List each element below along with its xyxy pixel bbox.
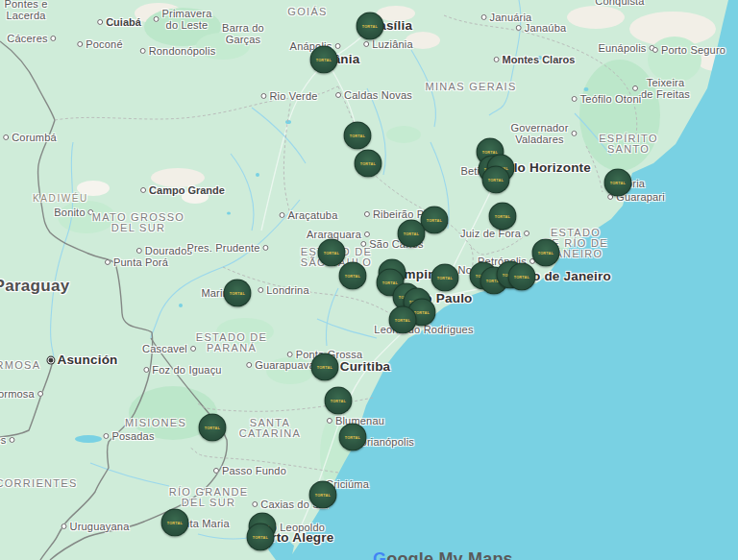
map-label-text: MINAS GERAIS: [425, 82, 516, 92]
location-marker-33[interactable]: TORTAL: [161, 509, 189, 537]
map-label-text: Bonito: [54, 207, 85, 218]
map-label-text: MISIONES: [125, 418, 186, 428]
map-label-text: Juiz de Fora: [460, 228, 521, 239]
city-dot-pres-prudente: [263, 245, 269, 251]
map-label-text: Conquista: [595, 0, 644, 7]
marker-logo: TORTAL: [482, 150, 498, 154]
city-dot-primavera-do-leste: [154, 16, 160, 22]
city-dot-passo-fundo: [213, 468, 219, 474]
city-dot-blumenau: [327, 418, 332, 424]
map-label-eunapolis: Eunápolis: [598, 42, 654, 54]
marker-logo: TORTAL: [427, 218, 442, 222]
map-label-text: Posadas: [111, 430, 154, 442]
marker-logo: TORTAL: [382, 280, 398, 284]
google-my-maps-watermark[interactable]: Google My Maps: [373, 549, 513, 560]
map-label-bonito: Bonito: [54, 207, 93, 218]
marker-logo: TORTAL: [495, 214, 510, 218]
location-marker-8[interactable]: TORTAL: [482, 166, 510, 194]
city-dot-janauba: [516, 25, 522, 31]
city-dot-foz-do-iguacu: [143, 367, 149, 373]
city-dot-cuiaba: [97, 19, 103, 25]
map-label-passo-fundo: Passo Fundo: [213, 465, 286, 476]
location-marker-13[interactable]: TORTAL: [532, 239, 560, 267]
map-label-londrina: Londrina: [258, 284, 308, 296]
map-label-kadiweu: KADIWÉU: [33, 194, 88, 204]
location-marker-1[interactable]: TORTAL: [357, 12, 384, 40]
map-label-misiones: MISIONES: [125, 418, 186, 428]
location-marker-14[interactable]: TORTAL: [318, 239, 346, 267]
location-marker-9[interactable]: TORTAL: [489, 203, 517, 231]
map-label-rio-grande-del-sur: RÍO GRANDEDEL SUR: [169, 487, 249, 508]
location-marker-35[interactable]: TORTAL: [247, 523, 275, 551]
marker-logo: TORTAL: [437, 276, 453, 280]
map-label-pocone: Poconé: [77, 38, 123, 50]
location-marker-10[interactable]: TORTAL: [604, 169, 632, 197]
map-label-corumba: Corumbá: [3, 132, 57, 143]
location-marker-18[interactable]: TORTAL: [431, 264, 459, 292]
city-dot-corumba: [3, 134, 9, 140]
map-label-text: Paraguay: [0, 277, 69, 296]
map-canvas[interactable]: Pontes eLacerdaCáceresCuiabáPoconéPrimav…: [0, 0, 738, 560]
marker-logo: TORTAL: [317, 365, 332, 369]
map-label-pres-prudente: Pres. Prudente: [186, 242, 268, 254]
map-label-luziania: Luziânia: [363, 38, 413, 50]
map-label-uruguayana: Uruguayana: [62, 521, 130, 532]
map-label-juiz-de-fora: Juiz de Fora: [460, 228, 529, 239]
city-dot-ribeirao-preto: [364, 211, 370, 217]
city-dot-guarapuava: [246, 362, 252, 368]
city-dot-anapolis: [334, 43, 340, 49]
map-label-text: Porto Seguro: [661, 44, 726, 56]
location-marker-30[interactable]: TORTAL: [339, 424, 367, 451]
map-label-text: GOIÁS: [287, 7, 327, 17]
city-dot-uruguayana: [62, 523, 67, 529]
map-label-cuiaba: Cuiabá: [97, 16, 141, 28]
map-label-text: Dourados: [145, 245, 192, 256]
location-marker-28[interactable]: TORTAL: [311, 353, 339, 381]
city-dot-es: [10, 437, 15, 443]
marker-logo: TORTAL: [414, 310, 430, 314]
location-marker-26[interactable]: TORTAL: [389, 306, 417, 334]
location-marker-15[interactable]: TORTAL: [339, 262, 367, 290]
map-label-janauba: Janaúba: [516, 22, 567, 34]
marker-logo: TORTAL: [395, 318, 410, 322]
marker-logo: TORTAL: [331, 399, 346, 402]
map-label-text: Formosa: [0, 388, 35, 400]
city-dot-montes-claros: [494, 57, 500, 62]
marker-logo: TORTAL: [404, 231, 419, 235]
map-label-curitiba: Curitiba: [340, 360, 391, 375]
map-label-dourados: Dourados: [136, 245, 192, 256]
location-marker-3[interactable]: TORTAL: [344, 122, 372, 150]
location-marker-4[interactable]: TORTAL: [355, 150, 382, 178]
location-marker-29[interactable]: TORTAL: [325, 387, 353, 415]
city-dot-porto-seguro: [652, 47, 658, 53]
marker-logo: TORTAL: [316, 58, 332, 61]
city-dot-campo-grande: [140, 187, 146, 193]
location-marker-31[interactable]: TORTAL: [199, 414, 227, 442]
city-dot-araraquara: [364, 231, 370, 237]
map-label-asuncion: Asunción: [47, 353, 117, 368]
map-label-text: SANTACATARINA: [239, 418, 301, 439]
location-marker-12[interactable]: TORTAL: [398, 220, 426, 248]
map-label-caldas-novas: Caldas Novas: [335, 89, 412, 101]
capital-dot-asuncion: [47, 357, 54, 364]
map-label-text: Teixeirade Freitas: [641, 77, 690, 100]
map-label-montes-claros: Montes Claros: [494, 54, 576, 65]
map-label-text: Teófilo Otoni: [580, 93, 642, 105]
map-label-text: Foz do Iguaçu: [152, 364, 221, 376]
map-label-text: Corumbá: [12, 132, 57, 143]
location-marker-2[interactable]: TORTAL: [310, 46, 338, 74]
map-label-text: KADIWÉU: [33, 194, 88, 204]
map-label-posadas: Posadas: [103, 430, 154, 442]
location-marker-32[interactable]: TORTAL: [309, 481, 337, 509]
map-label-primavera-do-leste: Primaverado Leste: [154, 8, 212, 31]
location-marker-22[interactable]: TORTAL: [508, 263, 536, 291]
map-label-text: Cuiabá: [106, 16, 141, 28]
map-label-text: ESPÍRITOSANTO: [599, 134, 658, 155]
city-dot-posadas: [103, 433, 109, 439]
labels-and-markers-layer: Pontes eLacerdaCáceresCuiabáPoconéPrimav…: [0, 0, 738, 560]
map-label-text: GovernadorValadares: [510, 122, 568, 145]
marker-logo: TORTAL: [362, 24, 378, 28]
location-marker-27[interactable]: TORTAL: [224, 280, 252, 307]
map-label-text: Janaúba: [525, 22, 567, 34]
map-label-campo-grande: Campo Grande: [140, 184, 225, 196]
